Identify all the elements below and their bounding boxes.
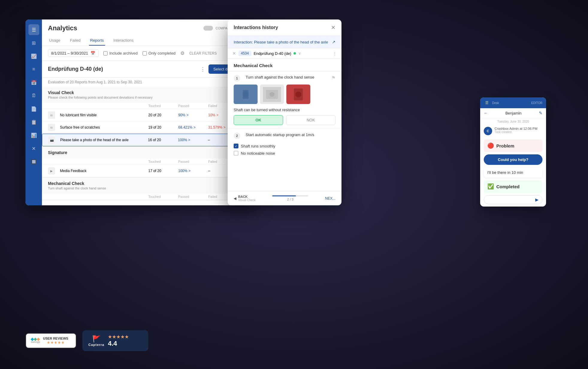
row-icon-media: ▶ [48,167,55,174]
no-noise-checkbox[interactable] [234,151,238,156]
sidebar-icon-chart[interactable]: 📈 [28,51,39,61]
sidebar-icon-copy[interactable]: 📋 [28,117,39,127]
no-noise-row: No noticeable noise [234,151,335,156]
date-range[interactable]: 8/1/2021 – 9/30/2021 📅 [48,49,99,57]
sidebar-icon-menu[interactable]: ☰ [28,24,39,35]
interactions-panel: Interactions history ✕ Interaction: Plea… [228,19,341,205]
check-item-2: 2 Start automatic startup program at 1m/… [228,129,341,162]
tab-reports[interactable]: Reports [89,36,105,46]
report-header: Endprüfung D-40 (de) ⋮ Select document [42,61,253,78]
capterra-rating: 4.4 [108,340,129,347]
ok-button[interactable]: OK [234,115,283,125]
mech-check-panel-title: Mechanical Check [228,59,341,71]
date-range-text: 8/1/2021 – 9/30/2021 [51,51,88,55]
include-archived-label[interactable]: Include archived [103,51,138,55]
task-created-msg: C Crashbox Admin at 12:06 PM Task create… [480,125,546,137]
shaft-smoothly-checkbox[interactable]: ✓ [234,144,238,148]
next-button[interactable]: NEX... [325,196,335,201]
signature-section: Signature Touched Passed Failed + ▶ Medi… [42,147,253,177]
capterra-logo: 🚩 Capterra [88,335,104,347]
analytics-header: Analytics COMPARISON VIEW Usage Failed R… [42,19,253,46]
visual-check-header: Visual Check Please check the following … [42,87,253,103]
sidebar-icon-grid[interactable]: ⊞ [28,37,39,48]
mobile-back-arrow[interactable]: ← [484,111,488,115]
mobile-user-bar: ← Benjamin ✎ [480,108,546,118]
completed-badge: ✅ Completed [484,180,542,193]
tab-usage[interactable]: Usage [48,36,62,46]
capterra-flag-icon: 🚩 [92,335,100,343]
sidebar-icon-list[interactable]: ≡ [28,64,39,75]
startup-label: Start automatic startup program at 1m/s [246,132,314,137]
table-row-selected[interactable]: 📷 Please take a photo of the head of the… [42,134,253,146]
report-id-tag: 4534 [238,51,251,56]
svg-rect-2 [243,90,249,99]
external-link-icon[interactable]: ↗ [332,40,335,44]
getapp-badge: GetApp USER REVIEWS ★★★★★ [25,333,76,348]
panel-title: Interactions history [234,25,278,30]
visual-check-desc: Please check the following points and do… [48,96,152,99]
only-completed-label[interactable]: Only completed [143,51,176,55]
visual-check-title: Visual Check [48,90,152,95]
sidebar-icon-box[interactable]: 🔲 [28,156,39,167]
row-passed-0: 90% > [178,113,208,117]
svg-point-5 [270,92,274,97]
sidebar-icon-x[interactable]: ✕ [28,143,39,154]
edit-icon[interactable]: ✎ [539,111,542,115]
report-menu-dots[interactable]: ⋮ [333,51,337,56]
close-report-icon[interactable]: ✕ [232,51,236,56]
mech-table-header: Touched Passed Failed + [42,194,253,200]
editor-label: EDITOR [531,101,542,105]
main-content: Analytics COMPARISON VIEW Usage Failed R… [42,19,253,205]
back-label: BACK [238,195,256,198]
report-menu-btn[interactable]: ⋮ [200,66,205,73]
sidebar-icon-bar[interactable]: 📊 [28,130,39,141]
filter-icon[interactable]: ⚙ [180,50,185,56]
sig-row-passed: 100% > [178,169,208,173]
progress-bar [272,195,308,196]
progress-text: 2 / 3 [287,198,294,201]
col-touched: Touched [148,104,178,108]
table-row[interactable]: ▶ Media Feedback 17 of 20 100% > – [42,165,253,177]
signature-table-header: Touched Passed Failed + [42,159,253,165]
table-row[interactable]: io Surface free of scratches 19 of 20 68… [42,121,253,134]
report-selector: ✕ 4534 Endprüfung D-40 (de) ∨ ⋮ [228,48,341,59]
report-subtitle: Evaluation of 20 Reports from Aug 1, 202… [42,78,253,87]
include-archived-text: Include archived [109,51,138,55]
tab-failed[interactable]: Failed [69,36,82,46]
send-icon[interactable]: ▶ [535,197,539,202]
flag-icon[interactable]: ⚑ [331,75,335,81]
mechanical-check-section: Mechanical Check Turn shaft against the … [42,177,253,200]
problem-label: Problem [496,143,514,148]
back-button[interactable]: ◀ BACK Visual Check [234,195,256,202]
capterra-badge: 🚩 Capterra ★★★★★ 4.4 [82,330,148,351]
table-row[interactable]: io No lubricant film visible 20 of 20 90… [42,109,253,121]
close-button[interactable]: ✕ [331,24,335,31]
shaft-smoothly-label: Shaft runs smoothly [241,144,275,148]
back-arrow-icon: ◀ [234,196,236,201]
message-input-bar[interactable]: ▶ [484,195,542,204]
include-archived-checkbox[interactable] [103,51,108,55]
comparison-toggle-track[interactable] [203,26,213,31]
toolbar: 8/1/2021 – 9/30/2021 📅 Include archived … [42,46,253,61]
nok-button[interactable]: NOK [286,115,335,125]
mech-check-desc: Turn shaft against the clock hand sense [48,186,106,190]
report-title: Endprüfung D-40 (de) [48,66,103,72]
sidebar-icon-cal1[interactable]: 📅 [28,77,39,88]
check-image-2 [260,85,284,104]
check-image-3 [286,85,310,104]
sidebar-icon-cal2[interactable]: 🗓 [28,90,39,101]
shaft-smoothly-row: ✓ Shaft runs smoothly [234,144,335,148]
interaction-link-text[interactable]: Interaction: Please take a photo of the … [234,40,332,44]
progress-info: 2 / 3 [272,195,308,201]
sidebar-icon-doc[interactable]: 📄 [28,103,39,114]
could-help-button[interactable]: Could you help? [484,154,542,165]
clear-filters-btn[interactable]: CLEAR FILTERS [189,51,217,55]
mobile-menu-icon: ☰ [484,100,490,106]
tab-interactions[interactable]: Interactions [112,36,135,46]
row-label-2: Please take a photo of the head of the a… [60,138,148,142]
only-completed-checkbox[interactable] [143,51,147,55]
mobile-timestamp: Tuesday, June 30, 2020 [480,118,546,125]
row-icon-camera: 📷 [48,136,55,144]
report-chevron[interactable]: ∨ [298,51,301,55]
sig-row-touched: 17 of 20 [148,169,178,173]
